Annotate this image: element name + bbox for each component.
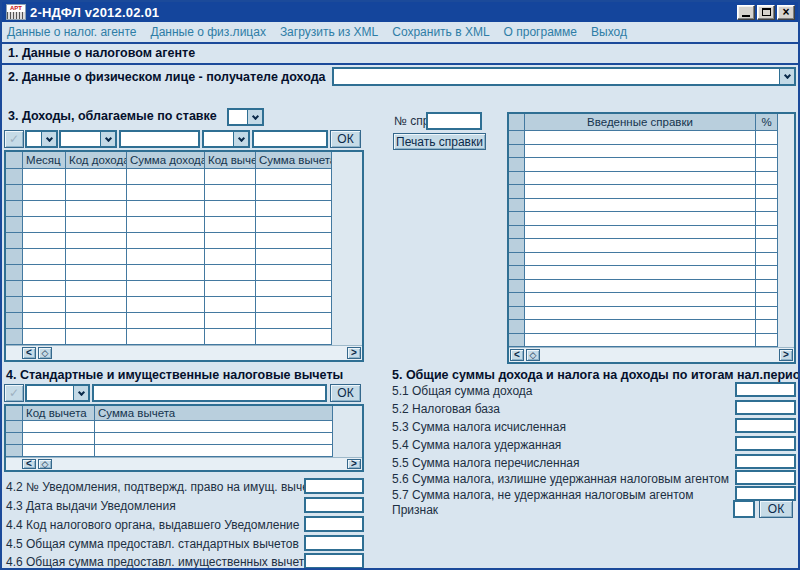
- spravka-number-input[interactable]: [426, 112, 482, 130]
- table-cell[interactable]: [23, 433, 95, 445]
- row-selector[interactable]: [509, 158, 525, 172]
- field-5-6-input[interactable]: [735, 470, 796, 485]
- scroll-right-button[interactable]: >: [347, 459, 361, 469]
- priznak-ok-button[interactable]: ОК: [759, 500, 793, 518]
- table-cell[interactable]: [205, 169, 256, 185]
- table-cell[interactable]: [205, 313, 256, 329]
- table-row[interactable]: [509, 212, 794, 226]
- table-row[interactable]: [6, 217, 362, 233]
- scroll-left-button[interactable]: <: [510, 349, 524, 361]
- row-selector[interactable]: [6, 265, 23, 281]
- row-selector[interactable]: [509, 172, 525, 186]
- table-row[interactable]: [6, 249, 362, 265]
- row-selector[interactable]: [509, 212, 525, 226]
- table-row[interactable]: [509, 293, 794, 307]
- table-cell[interactable]: [127, 217, 205, 233]
- table-cell[interactable]: [205, 185, 256, 201]
- table-cell[interactable]: [525, 266, 756, 280]
- table-cell[interactable]: [525, 212, 756, 226]
- table-cell[interactable]: [23, 201, 66, 217]
- print-spravka-button[interactable]: Печать справки: [393, 133, 486, 150]
- table-row[interactable]: [509, 307, 794, 321]
- menu-item-exit[interactable]: Выход: [591, 25, 627, 39]
- field-4-6-input[interactable]: [304, 553, 364, 569]
- table-row[interactable]: [6, 281, 362, 297]
- row-selector[interactable]: [509, 334, 525, 348]
- row-selector[interactable]: [509, 266, 525, 280]
- scroll-right-button[interactable]: >: [779, 349, 793, 361]
- table-cell[interactable]: [756, 334, 778, 348]
- table-row[interactable]: [6, 433, 362, 445]
- table-row[interactable]: [509, 239, 794, 253]
- table-row[interactable]: [6, 313, 362, 329]
- tax-rate-select[interactable]: [227, 108, 264, 126]
- field-4-5-input[interactable]: [304, 535, 364, 551]
- row-selector[interactable]: [6, 433, 23, 445]
- table-cell[interactable]: [127, 201, 205, 217]
- row-selector[interactable]: [509, 199, 525, 213]
- menu-item-tax-agent[interactable]: Данные о налог. агенте: [7, 25, 137, 39]
- table-cell[interactable]: [525, 253, 756, 267]
- scroll-right-button[interactable]: >: [347, 347, 361, 359]
- table-row[interactable]: [509, 145, 794, 159]
- table-cell[interactable]: [127, 249, 205, 265]
- table-cell[interactable]: [256, 185, 332, 201]
- table-row[interactable]: [509, 320, 794, 334]
- month-select[interactable]: [25, 130, 58, 148]
- table-cell[interactable]: [66, 233, 127, 249]
- income-code-dropdown-button[interactable]: [100, 132, 115, 146]
- table-cell[interactable]: [66, 281, 127, 297]
- table-cell[interactable]: [756, 266, 778, 280]
- table-cell[interactable]: [66, 313, 127, 329]
- table-cell[interactable]: [66, 297, 127, 313]
- maximize-button[interactable]: [757, 5, 775, 20]
- table-cell[interactable]: [127, 233, 205, 249]
- table-cell[interactable]: [66, 329, 127, 345]
- table-cell[interactable]: [756, 293, 778, 307]
- table-cell[interactable]: [525, 280, 756, 294]
- table-cell[interactable]: [127, 313, 205, 329]
- table-cell[interactable]: [95, 421, 333, 433]
- deduction-post-button[interactable]: ✓: [4, 384, 24, 402]
- deduction-code-select[interactable]: [202, 130, 250, 148]
- deduction-sum-input[interactable]: [252, 130, 328, 148]
- row-selector[interactable]: [6, 421, 23, 433]
- month-dropdown-button[interactable]: [41, 132, 56, 146]
- field-4-3-input[interactable]: [304, 497, 364, 513]
- table-cell[interactable]: [127, 185, 205, 201]
- table-row[interactable]: [509, 253, 794, 267]
- horizontal-scrollbar[interactable]: < ◇ >: [6, 345, 362, 360]
- table-row[interactable]: [509, 266, 794, 280]
- table-row[interactable]: [509, 185, 794, 199]
- table-cell[interactable]: [756, 199, 778, 213]
- table-row[interactable]: [509, 172, 794, 186]
- field-5-1-input[interactable]: [735, 382, 796, 397]
- row-selector[interactable]: [509, 280, 525, 294]
- table-cell[interactable]: [756, 239, 778, 253]
- table-cell[interactable]: [23, 233, 66, 249]
- table-cell[interactable]: [756, 280, 778, 294]
- table-cell[interactable]: [127, 297, 205, 313]
- row-selector[interactable]: [509, 185, 525, 199]
- minimize-button[interactable]: [737, 5, 755, 20]
- table-cell[interactable]: [66, 185, 127, 201]
- table-row[interactable]: [6, 201, 362, 217]
- table-cell[interactable]: [756, 185, 778, 199]
- table-cell[interactable]: [23, 265, 66, 281]
- table-cell[interactable]: [23, 249, 66, 265]
- table-row[interactable]: [6, 445, 362, 457]
- table-cell[interactable]: [205, 297, 256, 313]
- scroll-diamond-button[interactable]: ◇: [526, 349, 540, 361]
- table-cell[interactable]: [66, 265, 127, 281]
- table-cell[interactable]: [256, 217, 332, 233]
- table-cell[interactable]: [525, 145, 756, 159]
- row-selector[interactable]: [6, 217, 23, 233]
- table-cell[interactable]: [756, 253, 778, 267]
- table-cell[interactable]: [66, 201, 127, 217]
- table-cell[interactable]: [205, 329, 256, 345]
- menu-item-individuals[interactable]: Данные о физ.лицах: [151, 25, 266, 39]
- table-row[interactable]: [509, 280, 794, 294]
- row-selector[interactable]: [509, 253, 525, 267]
- table-cell[interactable]: [756, 145, 778, 159]
- table-cell[interactable]: [205, 249, 256, 265]
